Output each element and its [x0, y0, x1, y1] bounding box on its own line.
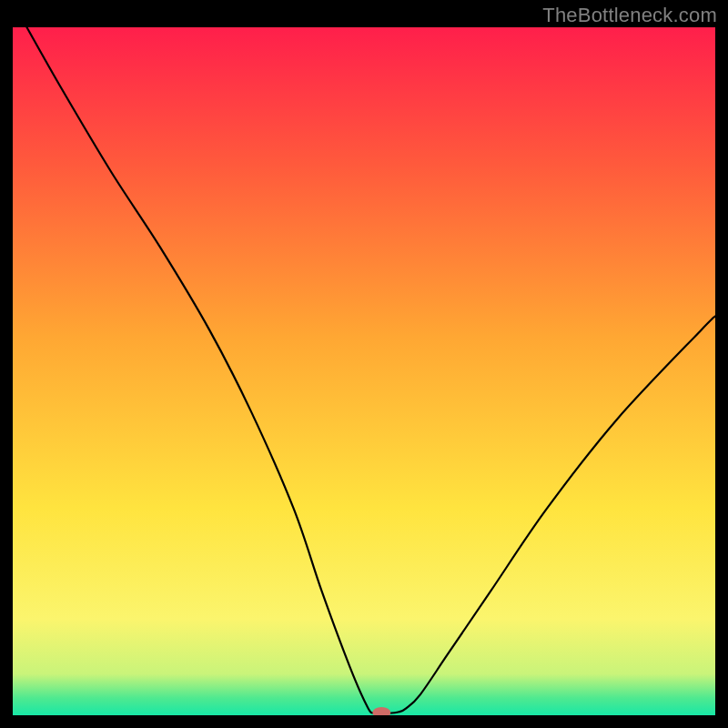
chart-frame: TheBottleneck.com — [0, 0, 728, 728]
plot-background — [13, 27, 715, 715]
bottleneck-plot — [13, 27, 715, 715]
watermark-text: TheBottleneck.com — [542, 4, 717, 27]
plot-svg — [13, 27, 715, 715]
